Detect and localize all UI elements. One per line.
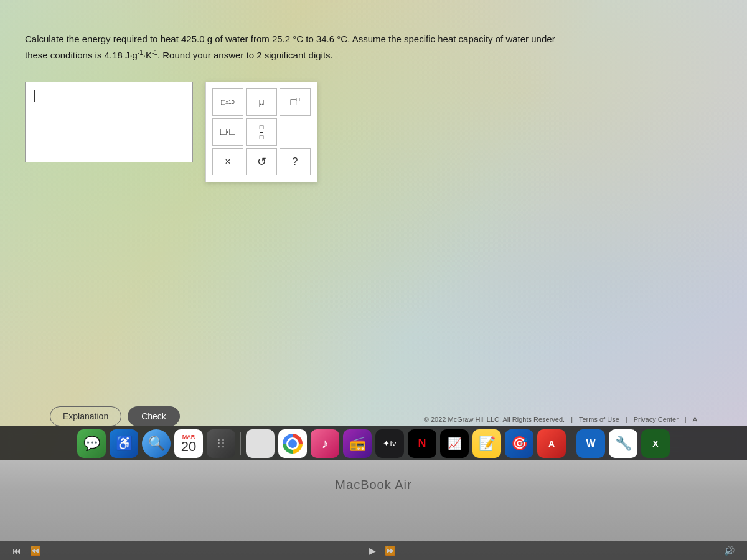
calendar-day: 20	[181, 440, 196, 454]
copyright-text: © 2022 McGraw Hill LLC. All Rights Reser…	[424, 416, 565, 423]
dock-podcasts[interactable]: 📻	[343, 429, 372, 458]
dock-music[interactable]: ♪	[311, 429, 339, 458]
rewind-btn[interactable]: ⏮	[12, 546, 21, 556]
dock-word[interactable]: W	[576, 429, 605, 458]
privacy-link[interactable]: Privacy Center	[634, 416, 679, 423]
dock-slack[interactable]: 🔧	[609, 429, 637, 458]
math-palette: □x10 μ □□ □·□ □ □	[205, 82, 317, 182]
dock-excel[interactable]: X	[641, 429, 670, 458]
center-controls: ▶ ⏩	[369, 546, 395, 556]
answer-section: □x10 μ □□ □·□ □ □	[25, 82, 722, 182]
cursor	[34, 90, 35, 102]
problem-statement: Calculate the energy required to heat 42…	[25, 31, 585, 63]
help-button[interactable]: ?	[280, 148, 311, 175]
dock-separator	[240, 432, 241, 455]
chrome-icon	[283, 434, 303, 454]
dock-autodesk[interactable]: A	[537, 429, 566, 458]
empty-cell	[280, 118, 311, 146]
dock-netflix[interactable]: N	[408, 429, 436, 458]
dock-keynote[interactable]: 🎯	[505, 429, 533, 458]
dock-space[interactable]	[246, 429, 275, 458]
problem-line2: these conditions is 4.18 J·g-1·K-1. Roun…	[25, 50, 333, 60]
answer-input-box[interactable]	[25, 82, 193, 162]
dock-stocks[interactable]: 📈	[440, 429, 469, 458]
dock-messages[interactable]: 💬	[77, 429, 106, 458]
fraction-button[interactable]: □ □	[246, 118, 277, 146]
dock-notes[interactable]: 📝	[472, 429, 501, 458]
bottom-controls: ⏮ ⏪ ▶ ⏩ 🔊	[0, 541, 747, 560]
word-label: W	[586, 438, 595, 449]
dock: 💬 ♿ 🔍 MAR 20 ⁝⁝ ♪ 📻 ✦tv	[0, 426, 747, 460]
accessibility-link[interactable]: A	[693, 416, 697, 423]
dock-launchpad[interactable]: ⁝⁝	[207, 429, 235, 458]
next-btn[interactable]: ⏩	[385, 546, 395, 556]
check-button[interactable]: Check	[128, 406, 180, 426]
prev-btn[interactable]: ⏪	[30, 546, 40, 556]
dock-finder[interactable]: 🔍	[142, 429, 171, 458]
problem-line1: Calculate the energy required to heat 42…	[25, 34, 555, 44]
terms-link[interactable]: Terms of Use	[579, 416, 619, 423]
dock-calendar[interactable]: MAR 20	[174, 429, 203, 458]
dock-chrome[interactable]	[278, 429, 307, 458]
dot-multiply-button[interactable]: □·□	[212, 118, 243, 146]
action-buttons: Explanation Check	[50, 406, 180, 426]
undo-button[interactable]: ↺	[246, 148, 277, 175]
explanation-button[interactable]: Explanation	[50, 406, 121, 426]
multiply-button[interactable]: ×	[212, 148, 243, 175]
dock-accessibility[interactable]: ♿	[110, 429, 138, 458]
footer-copyright: © 2022 McGraw Hill LLC. All Rights Reser…	[424, 416, 697, 423]
dock-appletv[interactable]: ✦tv	[375, 429, 404, 458]
superscript-button[interactable]: □□	[280, 88, 311, 116]
play-btn[interactable]: ▶	[369, 546, 376, 556]
macbook-label: MacBook Air	[335, 478, 411, 492]
excel-label: X	[652, 439, 658, 449]
mu-button[interactable]: μ	[246, 88, 277, 116]
right-controls: 🔊	[724, 546, 735, 556]
x10-button[interactable]: □x10	[212, 88, 243, 116]
appletv-label: ✦tv	[383, 439, 396, 448]
volume-btn[interactable]: 🔊	[724, 546, 735, 556]
left-controls: ⏮ ⏪	[12, 546, 40, 556]
dock-separator2	[571, 432, 571, 455]
